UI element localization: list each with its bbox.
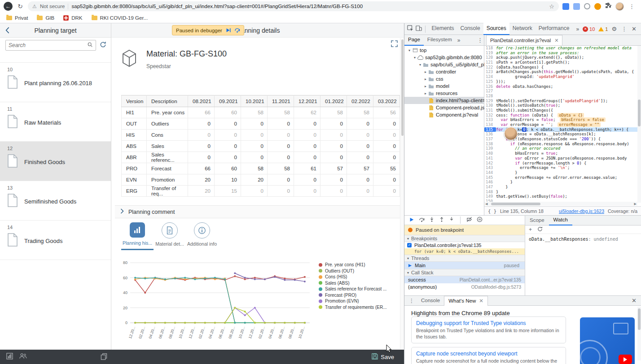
tree-expand-icon[interactable]: ▸	[423, 91, 428, 95]
cell-value[interactable]: 0	[294, 186, 320, 197]
cell-value[interactable]: 0	[241, 130, 268, 141]
table-row[interactable]: HI1Pre. year cons6660585862585856	[122, 107, 400, 118]
cell-value[interactable]: 0	[347, 152, 373, 163]
cell-value[interactable]: 0	[241, 141, 268, 152]
code-line[interactable]: 134 var errorMessage = '';errorMessage =…	[484, 122, 637, 127]
tree-item-sap-bc-ui5-ui5-gib-dcf-pln-ui[interactable]: ▾sap/bc/ui5_ui5/gib/dcf_pln_ui	[404, 61, 484, 68]
line-number[interactable]: 145	[484, 175, 496, 180]
cell-value[interactable]: 20	[188, 186, 215, 197]
devtools-close-icon[interactable]: ✕	[632, 26, 637, 32]
status-file-link[interactable]: ui5loader-dbg.js:1623	[559, 208, 604, 214]
table-row[interactable]: ABSSales00000000	[122, 141, 400, 152]
cell-value[interactable]: 0	[215, 130, 241, 141]
cell-value[interactable]: 0	[373, 141, 400, 152]
bookmark-item[interactable]: GIB	[37, 15, 54, 21]
not-secure-icon[interactable]: ⚠	[32, 4, 37, 9]
editor-file-tab[interactable]: PlanDetail.controller.js?eval ✕	[486, 35, 562, 45]
card-title-link[interactable]: Debugging support for Trusted Type viola…	[416, 320, 561, 326]
drawer-tab-console[interactable]: Console	[417, 296, 444, 306]
cell-value[interactable]: 0	[320, 130, 347, 141]
devtools-tab-sources[interactable]: Sources	[483, 23, 509, 35]
cell-value[interactable]: 0	[268, 186, 294, 197]
cell-value[interactable]: 0	[373, 130, 400, 141]
cell-value[interactable]: 0	[215, 141, 241, 152]
stack-frame[interactable]: successPlanDetail.cont...er.js?eval:135	[404, 276, 525, 283]
cell-value[interactable]: 0	[347, 130, 373, 141]
youtube-play-icon[interactable]	[619, 355, 632, 364]
cell-value[interactable]: 66	[188, 107, 215, 118]
search-box[interactable]	[5, 40, 96, 51]
cell-value[interactable]: 0	[294, 174, 320, 186]
error-count-badge[interactable]: ✕10	[583, 26, 595, 32]
line-number[interactable]: 144	[484, 170, 496, 175]
editor-tab-close-icon[interactable]: ✕	[554, 38, 558, 43]
cell-value[interactable]: 10	[215, 174, 241, 186]
more-tabs-icon[interactable]: »	[574, 26, 581, 32]
line-number[interactable]: 118	[484, 46, 496, 51]
pretty-print-icon[interactable]: { }	[488, 208, 496, 214]
line-number[interactable]: 119	[484, 51, 496, 56]
code-line[interactable]: 143 errorMessage += '\n';	[484, 165, 637, 170]
navigator-tab-filesystem[interactable]: Filesystem	[424, 35, 456, 46]
code-line[interactable]: 133 var bHasErrors = false;bHasErrors = …	[484, 117, 637, 122]
breakpoint-entry[interactable]: ✓ PlanDetail.controller.js?eval:135 for …	[404, 242, 525, 255]
line-number[interactable]: 125	[484, 79, 496, 84]
cell-value[interactable]: 0	[268, 118, 294, 130]
cell-value[interactable]: 60	[215, 163, 241, 174]
code-line[interactable]: 119after an error in the save process:	[484, 51, 637, 56]
tab-scope[interactable]: Scope	[525, 216, 549, 225]
debugger-step-over-icon[interactable]	[234, 26, 240, 35]
cell-value[interactable]: 0	[294, 130, 320, 141]
editor-horizontal-scrollbar[interactable]: ◀▶	[484, 202, 637, 206]
puzzle-extensions-icon[interactable]	[605, 2, 611, 10]
line-number[interactable]: 142	[484, 161, 496, 166]
line-number[interactable]: 130	[484, 103, 496, 108]
tree-item-sap52gib-gibmbh-de-8080[interactable]: ▾sap52gib.gibmbh.de:8080	[404, 54, 484, 61]
extension-icon-orange[interactable]	[594, 3, 601, 10]
drawer-tab-close-icon[interactable]: ✕	[479, 296, 483, 306]
code-line[interactable]: 149that.getView().setBusy(false);	[484, 194, 637, 199]
nav-back-icon[interactable]	[5, 27, 9, 35]
browser-back-button[interactable]: ←	[4, 2, 13, 11]
line-number[interactable]: 140	[484, 151, 496, 156]
cell-value[interactable]: 66	[188, 163, 215, 174]
cell-value[interactable]: 0	[241, 186, 268, 197]
planning-grid-table[interactable]: VersionDescription08.202109.202110.20211…	[121, 95, 400, 197]
code-line[interactable]: 130tModel().setUseBatch(true);	[484, 103, 637, 108]
resume-script-icon[interactable]	[409, 216, 414, 224]
browser-reload-button[interactable]: ↻	[16, 3, 24, 10]
line-number[interactable]: 121	[484, 60, 496, 65]
cell-value[interactable]: 0	[241, 118, 268, 130]
stack-frame[interactable]: (anonymous)ODataModel-dbg.js:5273	[404, 283, 525, 290]
app-scrollbar[interactable]	[400, 38, 404, 349]
cell-value[interactable]: 20	[188, 174, 215, 186]
drawer-menu-icon[interactable]: ⋮	[406, 298, 417, 304]
cell-value[interactable]: 58	[320, 107, 347, 118]
devtools-tab-elements[interactable]: Elements	[429, 23, 457, 35]
tab-additional-info[interactable]: Additional info	[186, 222, 218, 250]
code-line[interactable]: 122(oData.hasChanges) {	[484, 65, 637, 70]
bookmark-item[interactable]: Privat	[6, 15, 28, 21]
tab-material-det-[interactable]: Material det...	[154, 222, 186, 250]
cell-value[interactable]: 0	[347, 174, 373, 186]
deactivate-breakpoints-icon[interactable]	[466, 216, 472, 224]
line-number[interactable]: 127	[484, 89, 496, 94]
drawer-close-icon[interactable]: ✕	[632, 297, 639, 304]
sidebar-item-plant-planning-26-06-2018[interactable]: 10Plant planning 26.06.2018	[0, 63, 111, 102]
line-number[interactable]: 122	[484, 65, 496, 70]
cell-value[interactable]: 0	[294, 152, 320, 163]
url-text[interactable]: sap52gib.gibmbh.de:8080/sap/bc/ui5_ui5/g…	[71, 4, 546, 9]
code-line[interactable]: 127	[484, 89, 637, 94]
navigator-more-tabs-icon[interactable]: »	[456, 37, 462, 43]
tree-item-css[interactable]: ▸css	[404, 75, 484, 82]
tree-expand-icon[interactable]: ▾	[413, 56, 417, 60]
line-number[interactable]: 148	[484, 190, 496, 195]
users-icon[interactable]	[19, 353, 27, 361]
tree-expand-icon[interactable]: ▾	[407, 48, 412, 52]
sidebar-item-trading-goods[interactable]: 14Trading Goods	[0, 221, 111, 260]
cell-value[interactable]: 58	[241, 163, 268, 174]
cell-value[interactable]: 0	[188, 118, 215, 130]
tab-planning-his-[interactable]: Planning his...	[121, 222, 154, 250]
cell-value[interactable]: 0	[320, 174, 347, 186]
navigator-tab-page[interactable]: Page	[404, 35, 424, 46]
